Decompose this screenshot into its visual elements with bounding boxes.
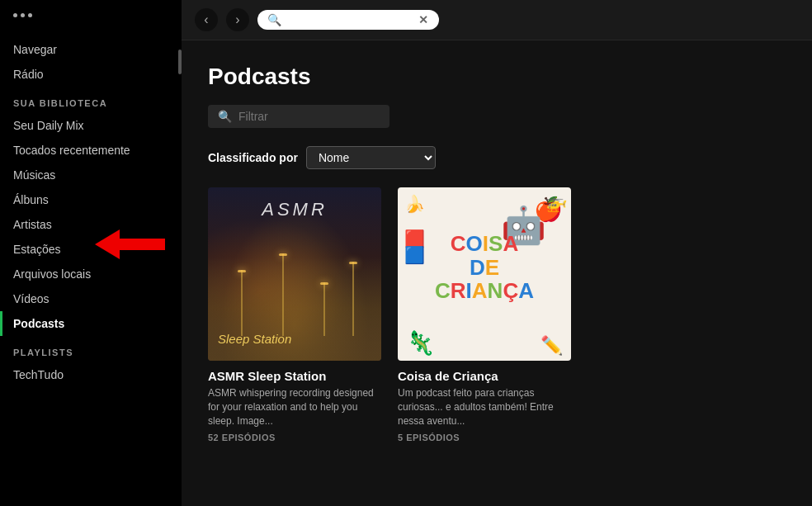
sidebar-item-musicas[interactable]: Músicas	[0, 163, 182, 187]
deco-top-left: 🍌	[404, 194, 425, 214]
coisa-title-text: COISA DE CRIANÇA	[435, 232, 534, 303]
asmr-top-text: ASMR	[208, 199, 381, 220]
content-area: Podcasts 🔍 Classificado por Nome Data de…	[182, 40, 812, 506]
sidebar-item-daily-mix[interactable]: Seu Daily Mix	[0, 113, 182, 138]
asmr-title: ASMR Sleep Station	[208, 369, 381, 383]
active-indicator	[0, 311, 2, 336]
asmr-episodes: 52 EPISÓDIOS	[208, 433, 381, 442]
sidebar-item-navegar[interactable]: Navegar	[0, 37, 182, 62]
sidebar-item-estacoes[interactable]: Estações	[0, 237, 182, 262]
asmr-description: ASMR whispering recording designed for y…	[208, 386, 381, 428]
helicopter-icon: 🚁	[545, 192, 567, 213]
podcast-cards-grid: ASMR Sleep Station ASMR Sleep Station AS…	[208, 187, 786, 442]
search-icon: 🔍	[267, 13, 281, 26]
forward-button[interactable]: ›	[226, 8, 249, 31]
back-icon: ‹	[204, 12, 208, 27]
page-title: Podcasts	[208, 64, 786, 90]
dots-menu[interactable]	[13, 13, 168, 17]
library-label: SUA BIBLIOTECA	[0, 87, 182, 113]
playlists-label: PLAYLISTS	[0, 336, 182, 362]
back-button[interactable]: ‹	[195, 8, 218, 31]
sidebar-item-recent[interactable]: Tocados recentemente	[0, 138, 182, 163]
asmr-bottom-text: Sleep Station	[218, 332, 291, 346]
filter-input[interactable]	[238, 110, 371, 123]
sidebar-item-videos[interactable]: Vídeos	[0, 286, 182, 311]
dinosaur-icon: 🦎	[406, 329, 435, 357]
main-content: ‹ › 🔍 ✕ Podcasts 🔍 Classificado por Nome…	[182, 0, 812, 506]
asmr-card-image: ASMR Sleep Station	[208, 187, 381, 361]
sidebar-item-techtudo[interactable]: TechTudo	[0, 362, 182, 387]
filter-bar[interactable]: 🔍	[208, 105, 389, 128]
coisa-description: Um podcast feito para crianças curiosas.…	[398, 386, 571, 428]
sidebar: Navegar Rádio SUA BIBLIOTECA Seu Daily M…	[0, 0, 182, 506]
search-input[interactable]	[288, 13, 412, 26]
coisa-episodes: 5 EPISÓDIOS	[398, 433, 571, 442]
sort-bar: Classificado por Nome Data de adição Cri…	[208, 146, 786, 169]
pencils-icon: ✏️	[541, 335, 563, 357]
filter-icon: 🔍	[218, 110, 232, 123]
sidebar-item-arquivos[interactable]: Arquivos locais	[0, 262, 182, 286]
search-bar[interactable]: 🔍 ✕	[257, 10, 439, 30]
sort-select[interactable]: Nome Data de adição Criador	[306, 146, 436, 169]
sidebar-item-podcasts[interactable]: Podcasts	[0, 311, 182, 336]
forward-icon: ›	[235, 12, 239, 27]
sidebar-item-albuns[interactable]: Álbuns	[0, 187, 182, 212]
coisa-card-image: 🍎 🍌 🤖 🚁 COISA DE CRIANÇA 🦎 ✏️	[398, 187, 571, 361]
pole-1	[241, 270, 243, 336]
blocks2-icon: 🟦	[404, 245, 425, 265]
sort-label: Classificado por	[208, 151, 298, 164]
pole-2	[282, 253, 284, 336]
podcast-card-asmr[interactable]: ASMR Sleep Station ASMR Sleep Station AS…	[208, 187, 381, 442]
clear-search-button[interactable]: ✕	[418, 13, 428, 26]
topbar: ‹ › 🔍 ✕	[182, 0, 812, 40]
coisa-title: Coisa de Criança	[398, 369, 571, 383]
pole-3	[323, 282, 325, 336]
sidebar-item-artistas[interactable]: Artistas	[0, 212, 182, 237]
podcast-card-coisa[interactable]: 🍎 🍌 🤖 🚁 COISA DE CRIANÇA 🦎 ✏️	[398, 187, 571, 442]
pole-4	[352, 262, 354, 336]
sidebar-item-radio[interactable]: Rádio	[0, 62, 182, 87]
